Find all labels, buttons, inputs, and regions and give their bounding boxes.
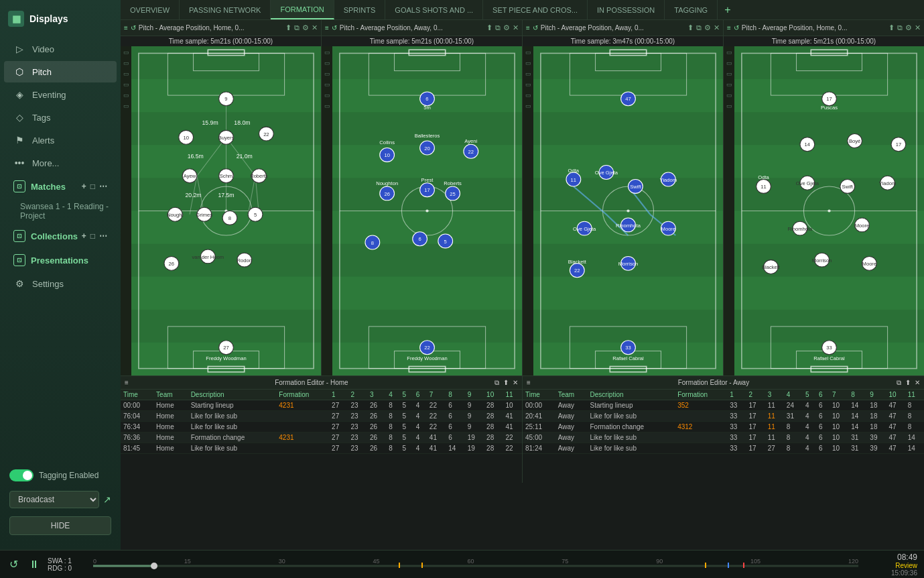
tool-3-3[interactable]: ▭ [525, 69, 531, 78]
tagging-toggle[interactable] [9, 469, 34, 481]
tab-formation[interactable]: FORMATION [271, 0, 334, 19]
sidebar-item-video[interactable]: ▷ Video [4, 38, 117, 60]
tool-4-4[interactable]: ▭ [726, 80, 732, 89]
tool-1-5[interactable]: ▭ [123, 91, 129, 100]
sidebar-item-tags[interactable]: ◇ Tags [4, 107, 117, 128]
tool-4-2[interactable]: ▭ [726, 58, 732, 68]
collections-more[interactable]: ⋯ [99, 231, 107, 241]
tool-3-6[interactable]: ▭ [525, 101, 531, 111]
panel-settings-1[interactable]: ⚙ [302, 23, 309, 32]
table-cell: 17 [746, 422, 765, 432]
sidebar-item-eventing[interactable]: ◈ Eventing [4, 84, 117, 105]
panel-refresh-icon-2[interactable]: ↺ [332, 24, 337, 32]
matches-more[interactable]: ⋯ [99, 182, 107, 191]
tool-2-1[interactable]: ▭ [324, 48, 330, 57]
panel-copy-4[interactable]: ⧉ [897, 23, 903, 32]
svg-rect-8 [131, 277, 321, 310]
tool-2-3[interactable]: ▭ [324, 69, 330, 78]
panel-expand-2[interactable]: ⬆ [486, 23, 492, 32]
collections-section[interactable]: ⊡ Collections + □ ⋯ [4, 225, 117, 247]
tab-possession[interactable]: IN POSSESSION [588, 0, 665, 19]
table-close-away[interactable]: ✕ [915, 379, 920, 386]
tab-passing[interactable]: PASSING NETWORK [180, 0, 271, 19]
tab-add-button[interactable]: + [718, 4, 737, 16]
rewind-button[interactable]: ↺ [7, 558, 21, 571]
panel-settings-4[interactable]: ⚙ [905, 23, 912, 32]
table-maximize-home[interactable]: ⬆ [503, 379, 509, 386]
table-windowed-away[interactable]: ⧉ [897, 379, 901, 387]
tool-3-1[interactable]: ▭ [525, 48, 531, 57]
panel-copy-3[interactable]: ⧉ [696, 23, 702, 32]
panel-close-4[interactable]: ✕ [915, 23, 921, 32]
sidebar-item-more[interactable]: ••• More... [4, 152, 117, 174]
panel-close-3[interactable]: ✕ [714, 23, 720, 32]
matches-section[interactable]: ⊡ Matches + □ ⋯ [4, 175, 117, 198]
tab-overview[interactable]: OVERVIEW [121, 0, 180, 19]
tool-1-6[interactable]: ▭ [123, 101, 129, 111]
tool-1-3[interactable]: ▭ [123, 69, 129, 78]
panel-menu-icon-3[interactable]: ≡ [526, 24, 530, 32]
tool-1-2[interactable]: ▭ [123, 58, 129, 68]
panel-copy-2[interactable]: ⧉ [495, 23, 501, 32]
tool-3-5[interactable]: ▭ [525, 91, 531, 100]
tool-4-3[interactable]: ▭ [726, 69, 732, 78]
table-close-home[interactable]: ✕ [513, 379, 518, 386]
panel-menu-icon-2[interactable]: ≡ [325, 24, 329, 32]
tool-4-5[interactable]: ▭ [726, 91, 732, 100]
tool-4-1[interactable]: ▭ [726, 48, 732, 57]
table-windowed-home[interactable]: ⧉ [494, 379, 499, 387]
tool-2-5[interactable]: ▭ [324, 91, 330, 100]
broadcast-external-icon[interactable]: ↗ [103, 494, 111, 505]
tab-goals[interactable]: GOALS SHOTS AND ... [385, 0, 483, 19]
panel-expand-1[interactable]: ⬆ [285, 23, 291, 32]
svg-text:Ballesteros: Ballesteros [415, 133, 440, 139]
sidebar-item-alerts[interactable]: ⚑ Alerts [4, 129, 117, 151]
tool-2-4[interactable]: ▭ [324, 80, 330, 89]
table-row: 81:45HomeLike for like sub27232685441141… [121, 443, 522, 454]
panel-close-1[interactable]: ✕ [312, 23, 318, 32]
tool-4-6[interactable]: ▭ [726, 101, 732, 111]
presentations-section[interactable]: ⊡ Presentations [4, 249, 117, 272]
tool-2-6[interactable]: ▭ [324, 101, 330, 111]
panel-copy-1[interactable]: ⧉ [294, 23, 300, 32]
timeline[interactable]: 0153045607590105120 [93, 557, 858, 573]
table-scroll-home[interactable]: Time Team Description Formation 1 2 3 4 … [121, 390, 522, 483]
tab-tagging[interactable]: TAGGING [665, 0, 718, 19]
tool-1-1[interactable]: ▭ [123, 48, 129, 57]
matches-add[interactable]: + [82, 182, 86, 191]
tab-sprints[interactable]: SPRINTS [334, 0, 386, 19]
tool-3-2[interactable]: ▭ [525, 58, 531, 68]
collections-add[interactable]: + [82, 231, 86, 241]
sidebar-item-pitch[interactable]: ⬡ Pitch [4, 61, 117, 82]
timeline-handle[interactable] [151, 563, 157, 569]
table-scroll-away[interactable]: Time Team Description Formation 1 2 3 4 … [523, 390, 924, 483]
panel-close-2[interactable]: ✕ [513, 23, 519, 32]
table-cell: 81:24 [523, 443, 555, 454]
tab-setpiece[interactable]: SET PIECE AND CROS... [483, 0, 588, 19]
sidebar-item-settings[interactable]: ⚙ Settings [4, 273, 117, 294]
table-filter-home[interactable]: ≡ [125, 379, 129, 386]
panel-menu-icon-1[interactable]: ≡ [124, 24, 128, 32]
table-maximize-away[interactable]: ⬆ [905, 379, 911, 386]
tool-3-4[interactable]: ▭ [525, 80, 531, 89]
panel-settings-3[interactable]: ⚙ [704, 23, 711, 32]
panel-refresh-icon-4[interactable]: ↺ [734, 24, 739, 32]
tags-icon: ◇ [13, 112, 25, 123]
score-away: RDG : 0 [48, 565, 88, 572]
table-cell: 14 [848, 411, 867, 422]
match-sub-item[interactable]: Swansea 1 - 1 Reading - Project [0, 198, 121, 224]
panel-settings-2[interactable]: ⚙ [503, 23, 510, 32]
panel-menu-icon-4[interactable]: ≡ [727, 24, 731, 32]
hide-button[interactable]: HIDE [9, 516, 111, 535]
panel-expand-4[interactable]: ⬆ [888, 23, 895, 32]
panel-refresh-icon-3[interactable]: ↺ [533, 24, 538, 32]
broadcast-select[interactable]: Broadcast [9, 491, 99, 508]
matches-folder[interactable]: □ [90, 182, 95, 191]
collections-folder[interactable]: □ [90, 231, 95, 241]
play-pause-button[interactable]: ⏸ [26, 559, 42, 571]
tool-2-2[interactable]: ▭ [324, 58, 330, 68]
tool-1-4[interactable]: ▭ [123, 80, 129, 89]
panel-expand-3[interactable]: ⬆ [687, 23, 694, 32]
panel-refresh-icon-1[interactable]: ↺ [131, 24, 136, 32]
table-filter-away[interactable]: ≡ [527, 379, 531, 386]
